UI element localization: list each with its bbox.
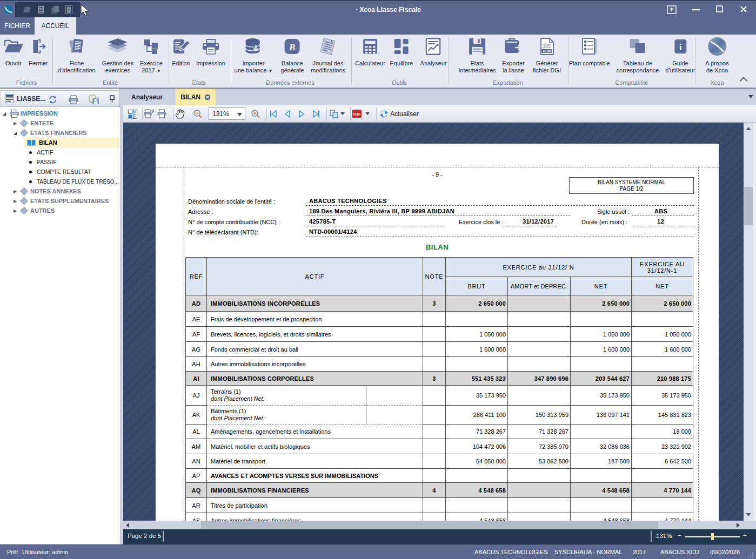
svg-text:PDF: PDF: [353, 112, 361, 117]
svg-text:B: B: [289, 42, 295, 52]
svg-text:XLSM: XLSM: [543, 50, 551, 53]
svg-text:?: ?: [151, 109, 154, 114]
svg-text:i: i: [679, 43, 682, 52]
svg-text:i: i: [69, 7, 70, 12]
